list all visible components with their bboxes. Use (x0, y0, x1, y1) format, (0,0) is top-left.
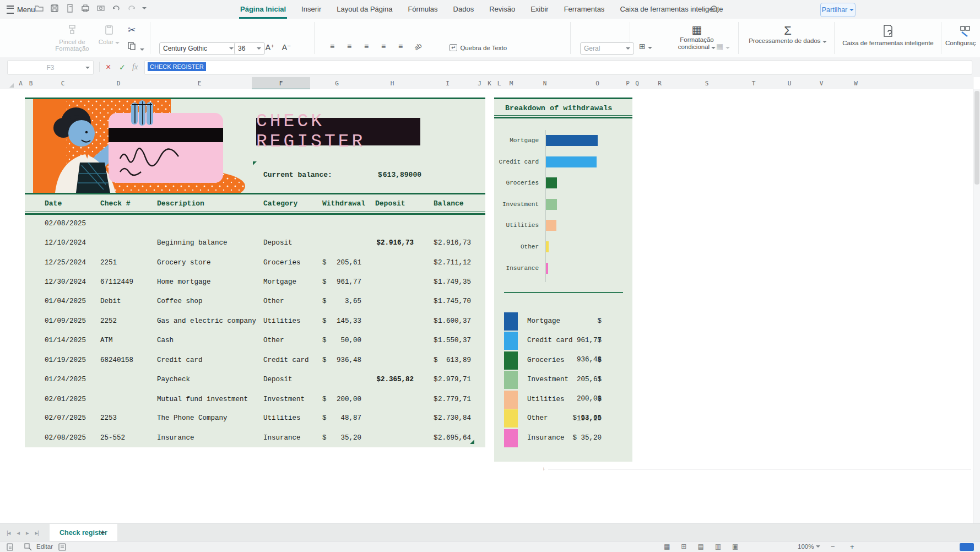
column-header-U[interactable]: U (771, 77, 809, 90)
view-mode-icon-2[interactable]: ▤ (697, 543, 703, 550)
cell-description[interactable]: Beginning balance (157, 234, 228, 253)
cell-date[interactable]: 01/19/2025 (45, 351, 86, 370)
cell-check-number[interactable]: Debit (100, 292, 121, 311)
register-row[interactable]: 12/30/202467112449Home mortgageMortgage$… (25, 273, 485, 292)
table-style-button[interactable]: ▦ (716, 42, 730, 51)
cell-withdrawal[interactable]: 48,87 (329, 409, 361, 428)
cell-withdrawal[interactable]: 35,20 (329, 429, 361, 448)
view-mode-icon-1[interactable]: ⊞ (681, 543, 686, 550)
column-header-T[interactable]: T (737, 77, 771, 90)
column-header-K[interactable]: K (485, 77, 495, 90)
cell-withdrawal[interactable]: 961,77 (329, 273, 361, 292)
zoom-in-button[interactable]: + (850, 543, 854, 551)
cell-description[interactable]: Home mortgage (157, 273, 211, 292)
decrease-indent-icon[interactable]: ≡ (377, 42, 389, 51)
ribbon-tab-3[interactable]: Fórmulas (400, 0, 445, 19)
cell-withdrawal[interactable]: 936,48 (329, 351, 361, 370)
cell-category[interactable]: Mortgage (263, 273, 296, 292)
cell-check-number[interactable]: 2252 (100, 312, 117, 331)
cell-withdrawal-currency[interactable]: $ (322, 409, 327, 428)
main-menu-button[interactable]: Menu (7, 4, 35, 15)
column-header-H[interactable]: H (364, 77, 421, 90)
cell-description[interactable]: Credit card (157, 351, 203, 370)
sheet-tab-check-register[interactable]: Check register (50, 524, 117, 542)
cell-category[interactable]: Deposit (263, 370, 293, 389)
align-middle-icon[interactable]: ≡ (343, 42, 355, 51)
cell-balance[interactable]: 1.749,35 (438, 273, 471, 292)
insert-function-button[interactable]: fx (132, 60, 138, 74)
cell-deposit[interactable]: $2.365,82 (357, 370, 414, 389)
register-row[interactable]: 12/25/20242251Grocery storeGroceries$205… (25, 253, 485, 273)
wrap-text-button[interactable]: ↵ Quebra de Texto (450, 44, 507, 51)
vertical-scroll-thumb[interactable] (974, 91, 979, 185)
rotate-text-icon[interactable]: ab (413, 41, 423, 52)
column-header-B[interactable]: B (26, 77, 36, 90)
increase-indent-icon[interactable]: ≡ (394, 42, 407, 51)
cell-date[interactable]: 02/08/2025 (45, 214, 86, 234)
cell-check-number[interactable]: 67112449 (100, 273, 133, 292)
cell-description[interactable]: Mutual fund investment (157, 390, 248, 409)
ribbon-tab-7[interactable]: Ferramentas (556, 0, 613, 19)
register-title[interactable]: CHECK REGISTER (256, 118, 420, 145)
cell-balance[interactable]: 2.916,73 (438, 234, 471, 253)
align-bottom-icon[interactable]: ≡ (360, 42, 372, 51)
cell-check-number[interactable]: 2251 (100, 253, 117, 273)
save-icon[interactable] (50, 3, 59, 13)
cell-date[interactable]: 02/08/2025 (45, 429, 86, 448)
cell-category[interactable]: Utilities (263, 409, 301, 428)
align-top-icon[interactable]: ≡ (326, 42, 338, 51)
column-header-I[interactable]: I (421, 77, 475, 90)
cell-balance-currency[interactable]: $ (434, 312, 438, 331)
column-header-S[interactable]: S (677, 77, 737, 90)
cell-date[interactable]: 01/14/2025 (45, 331, 86, 350)
vertical-scrollbar[interactable] (973, 89, 980, 523)
view-mode-icon-4[interactable]: ▣ (732, 543, 738, 550)
doc-status-icon[interactable] (7, 543, 14, 551)
column-header-Q[interactable]: Q (632, 77, 643, 90)
column-header-P[interactable]: P (624, 77, 632, 90)
decrease-font-button[interactable]: A⁻ (280, 43, 293, 52)
cell-withdrawal-currency[interactable]: $ (322, 351, 327, 370)
cell-description[interactable]: Insurance (157, 429, 194, 448)
cell-date[interactable]: 01/24/2025 (45, 370, 86, 389)
register-row[interactable]: 02/07/20252253The Phone CompanyUtilities… (25, 409, 485, 428)
export-pdf-icon[interactable] (65, 3, 75, 13)
column-header-W[interactable]: W (835, 77, 878, 90)
cell-balance[interactable]: 2.711,12 (438, 253, 471, 273)
cell-withdrawal[interactable]: 145,33 (329, 312, 361, 331)
add-sheet-button[interactable]: + (100, 527, 105, 537)
cell-date[interactable]: 12/30/2024 (45, 273, 86, 292)
cell-balance[interactable]: 1.600,37 (438, 312, 471, 331)
cell-description[interactable]: Gas and electric company (157, 312, 256, 331)
column-header-G[interactable]: G (310, 77, 364, 90)
cell-category[interactable]: Insurance (263, 429, 301, 448)
cell-balance-currency[interactable]: $ (434, 253, 438, 273)
cell-withdrawal[interactable]: 205,61 (329, 253, 361, 273)
cell-balance-currency[interactable]: $ (434, 351, 438, 370)
cell-category[interactable]: Groceries (263, 253, 301, 273)
cell-withdrawal[interactable]: 50,00 (329, 331, 361, 350)
cell-description[interactable]: Coffee shop (157, 292, 203, 311)
open-folder-icon[interactable] (34, 3, 44, 13)
cell-date[interactable]: 02/07/2025 (45, 409, 86, 428)
cell-withdrawal-currency[interactable]: $ (322, 429, 327, 448)
ribbon-tab-6[interactable]: Exibir (523, 0, 556, 19)
zoom-out-button[interactable]: − (831, 543, 835, 551)
print-icon[interactable] (80, 3, 90, 13)
cell-balance-currency[interactable]: $ (434, 234, 438, 253)
column-header-R[interactable]: R (642, 77, 678, 90)
cell-balance[interactable]: 2.695,64 (438, 429, 471, 448)
number-format-select[interactable]: Geral (580, 42, 634, 55)
cell-description[interactable]: Cash (157, 331, 174, 350)
register-row[interactable]: 01/09/20252252Gas and electric companyUt… (25, 312, 485, 331)
settings-button[interactable]: Configuraç (945, 24, 980, 46)
cancel-entry-button[interactable]: × (106, 60, 111, 74)
cell-withdrawal[interactable]: 3,65 (329, 292, 361, 311)
cell-withdrawal-currency[interactable]: $ (322, 292, 327, 311)
undo-icon[interactable] (111, 3, 121, 13)
cell-category[interactable]: Other (263, 292, 284, 311)
cell-balance[interactable]: 1.745,70 (438, 292, 471, 311)
cell-date[interactable]: 01/04/2025 (45, 292, 86, 311)
cell-withdrawal-currency[interactable]: $ (322, 331, 327, 350)
print-preview-icon[interactable] (96, 3, 106, 13)
